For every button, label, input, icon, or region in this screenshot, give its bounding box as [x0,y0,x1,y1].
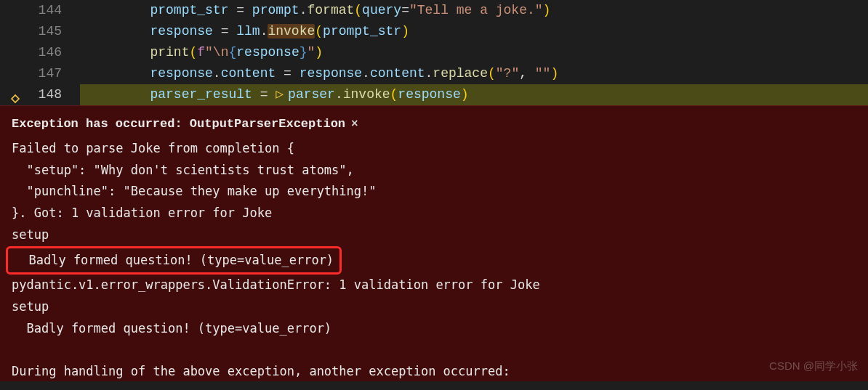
exception-line: During handling of the above exception, … [12,361,856,383]
exception-line: Badly formed question! (type=value_error… [12,318,856,340]
code-line[interactable]: response = llm.invoke(prompt_str) [80,21,868,42]
svg-marker-0 [12,95,19,102]
exception-header: Exception has occurred: OutputParserExce… [12,113,856,135]
code-line[interactable]: response.content = response.content.repl… [80,63,868,84]
line-number: 148 [0,84,62,105]
line-number: 146 [0,42,62,63]
exception-panel: Exception has occurred: OutputParserExce… [0,105,868,381]
exception-line [12,340,856,362]
code-line[interactable]: parser_result = ▷parser.invoke(response) [80,84,868,105]
line-number: 147 [0,63,62,84]
line-number: 144 [0,0,62,21]
highlighted-error: Badly formed question! (type=value_error… [6,246,342,275]
code-line[interactable]: print(f"\n{response}") [80,42,868,63]
watermark: CSDN @同学小张 [769,357,858,375]
code-area[interactable]: prompt_str = prompt.format(query="Tell m… [80,0,868,105]
exception-line: Badly formed question! (type=value_error… [12,246,856,275]
exception-line: setup [12,296,856,318]
exception-line: "setup": "Why don't scientists trust ato… [12,160,856,182]
exception-line: pydantic.v1.error_wrappers.ValidationErr… [12,275,856,296]
line-number: 145 [0,21,62,42]
exception-title: Exception has occurred: OutputParserExce… [12,113,345,135]
code-line[interactable]: prompt_str = prompt.format(query="Tell m… [80,0,868,21]
breakpoint-icon[interactable] [10,90,20,100]
exception-line: setup [12,224,856,246]
exception-line: "punchline": "Because they make up every… [12,181,856,203]
line-gutter: 144145146147148 [0,0,80,105]
exception-line: }. Got: 1 validation error for Joke [12,203,856,224]
close-icon[interactable]: × [351,114,358,134]
exception-line: Failed to parse Joke from completion { [12,138,856,160]
code-editor: 144145146147148 prompt_str = prompt.form… [0,0,868,105]
exception-body: Failed to parse Joke from completion { "… [12,138,856,383]
